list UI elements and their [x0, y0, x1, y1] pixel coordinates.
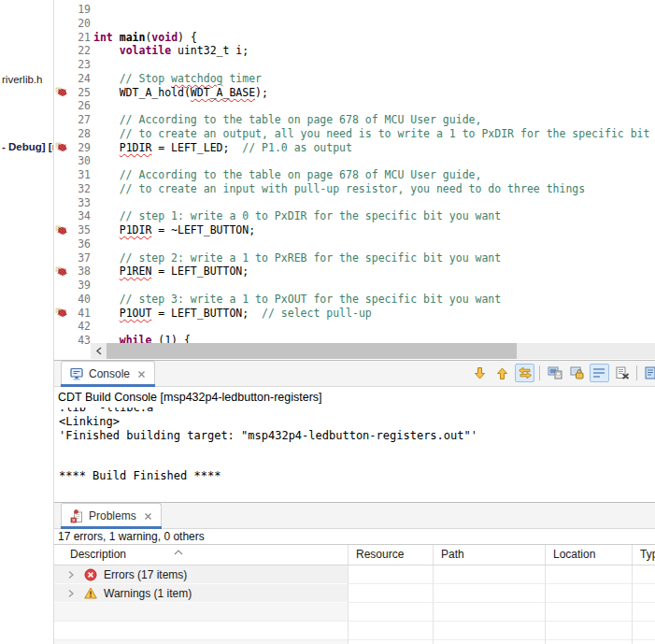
problems-summary: 17 errors, 1 warning, 0 others [54, 529, 655, 544]
line-number[interactable]: 41 [68, 307, 91, 321]
explorer-item-driverlib[interactable]: riverlib.h [2, 74, 42, 85]
expand-chevron-icon[interactable] [67, 589, 75, 598]
scroll-left-button[interactable] [91, 343, 107, 359]
code-line[interactable] [93, 58, 655, 72]
line-numbers[interactable]: 1920212223242526272829303132333435363738… [68, 3, 91, 348]
code-line[interactable]: // to create an output, all you need is … [93, 127, 655, 141]
code-editor[interactable]: 1920212223242526272829303132333435363738… [54, 0, 655, 360]
code-line[interactable] [93, 237, 655, 251]
line-number[interactable]: 43 [68, 334, 91, 348]
column-header-path[interactable]: Path [433, 545, 545, 565]
line-number[interactable]: 33 [68, 196, 91, 210]
line-number[interactable]: 40 [68, 293, 91, 307]
close-problems-tab-icon[interactable] [144, 512, 152, 521]
code-line[interactable] [93, 99, 655, 113]
clear-console-icon[interactable] [612, 364, 632, 382]
console-clipped-line: .lib" -llibc.a [59, 408, 655, 415]
error-marker-icon[interactable] [55, 142, 67, 152]
code-line[interactable]: // According to the table on page 678 of… [93, 168, 655, 182]
line-number[interactable]: 27 [68, 113, 91, 127]
code-line[interactable]: P1OUT = LEFT_BUTTON; // select pull-up [93, 307, 655, 321]
code-line[interactable]: // step 3: write a 1 to PxOUT for the sp… [93, 293, 655, 307]
error-marker-icon[interactable] [55, 308, 67, 318]
line-number[interactable]: 24 [68, 72, 91, 86]
problems-group-row[interactable]: Warnings (1 item) [54, 584, 655, 603]
table-cell [545, 584, 632, 603]
line-number[interactable]: 25 [68, 86, 91, 100]
code-line[interactable]: // Stop watchdog timer [93, 72, 655, 86]
console-output[interactable]: .lib" -llibc.a<Linking>'Finished buildin… [54, 408, 655, 500]
code-line[interactable]: int main(void) { [93, 31, 655, 45]
tab-console[interactable]: Console [61, 361, 155, 386]
line-number[interactable]: 35 [68, 223, 91, 237]
column-header-resource[interactable]: Resource [348, 545, 433, 565]
copy-build-log-icon[interactable] [545, 364, 564, 382]
line-number[interactable]: 37 [68, 251, 91, 265]
column-header-type[interactable]: Type [632, 545, 655, 565]
line-number[interactable]: 42 [68, 320, 91, 334]
line-number[interactable]: 23 [68, 58, 91, 72]
expand-chevron-icon[interactable] [67, 570, 75, 580]
show-error-in-editor-icon[interactable] [515, 364, 534, 382]
code-line[interactable] [93, 3, 655, 17]
line-number[interactable]: 20 [68, 17, 91, 31]
table-cell [632, 622, 655, 640]
warning-icon [84, 587, 97, 599]
code-line[interactable]: P1DIR = ~LEFT_BUTTON; [93, 223, 655, 237]
code-line[interactable] [93, 17, 655, 31]
code-line[interactable]: // According to the table on page 678 of… [93, 113, 655, 127]
code-line[interactable]: WDT_A_hold(WDT_A_BASE); [93, 86, 655, 100]
table-cell [433, 640, 545, 644]
annotation-ruler [54, 3, 68, 348]
table-cell [632, 584, 655, 603]
code-line[interactable]: // step 2: write a 1 to PxREB for the sp… [93, 251, 655, 265]
scroll-lock-icon[interactable] [567, 364, 587, 382]
explorer-item-project[interactable]: - Debug] [m [2, 141, 53, 152]
problems-group-row[interactable]: Errors (17 items) [54, 565, 655, 584]
close-console-tab-icon[interactable] [137, 370, 146, 379]
code-line[interactable]: volatile uint32_t i; [93, 44, 655, 58]
previous-error-icon[interactable] [492, 364, 512, 382]
column-header-location[interactable]: Location [545, 545, 632, 565]
ide-window: riverlib.h - Debug] [m 19202122232425262… [0, 0, 655, 644]
error-marker-icon[interactable] [55, 225, 67, 236]
table-cell [348, 603, 433, 622]
code-line[interactable]: P1REN = LEFT_BUTTON; [93, 265, 655, 279]
line-number[interactable]: 26 [68, 99, 91, 113]
code-line[interactable] [93, 196, 655, 210]
line-number[interactable]: 34 [68, 209, 91, 223]
code-line[interactable]: // to create an input with pull-up resis… [93, 182, 655, 196]
code-line[interactable] [93, 320, 655, 334]
code-line[interactable]: // step 1: write a 0 to PxDIR for the sp… [93, 209, 655, 223]
open-console-icon[interactable] [642, 364, 655, 382]
code-line[interactable]: P1DIR = LEFT_LED; // P1.0 as output [93, 141, 655, 155]
line-number[interactable]: 32 [68, 182, 91, 196]
scrollbar-thumb[interactable] [107, 343, 517, 359]
tab-problems[interactable]: Problems [61, 503, 162, 528]
error-marker-icon[interactable] [55, 87, 67, 97]
line-number[interactable]: 30 [68, 154, 91, 168]
editor-horizontal-scrollbar[interactable] [91, 343, 655, 359]
line-number[interactable]: 39 [68, 279, 91, 293]
code-line[interactable] [93, 154, 655, 168]
line-number[interactable]: 19 [68, 3, 91, 17]
line-number[interactable]: 29 [68, 141, 91, 155]
line-number[interactable]: 36 [68, 237, 91, 251]
code-area[interactable]: int main(void) { volatile uint32_t i; //… [93, 3, 655, 348]
line-number[interactable]: 28 [68, 127, 91, 141]
next-error-icon[interactable] [470, 364, 490, 382]
code-line[interactable] [93, 279, 655, 293]
line-number[interactable]: 22 [68, 44, 91, 58]
column-header-description[interactable]: Description [54, 545, 348, 565]
table-cell [632, 565, 655, 584]
console-toolbar [470, 364, 655, 382]
line-number[interactable]: 38 [68, 265, 91, 279]
table-cell [632, 603, 655, 622]
word-wrap-icon[interactable] [590, 364, 609, 382]
error-marker-icon[interactable] [55, 266, 67, 277]
line-number[interactable]: 21 [68, 31, 91, 45]
toolbar-separator [636, 365, 637, 380]
table-row [54, 622, 655, 640]
console-line [59, 456, 655, 470]
line-number[interactable]: 31 [68, 168, 91, 182]
